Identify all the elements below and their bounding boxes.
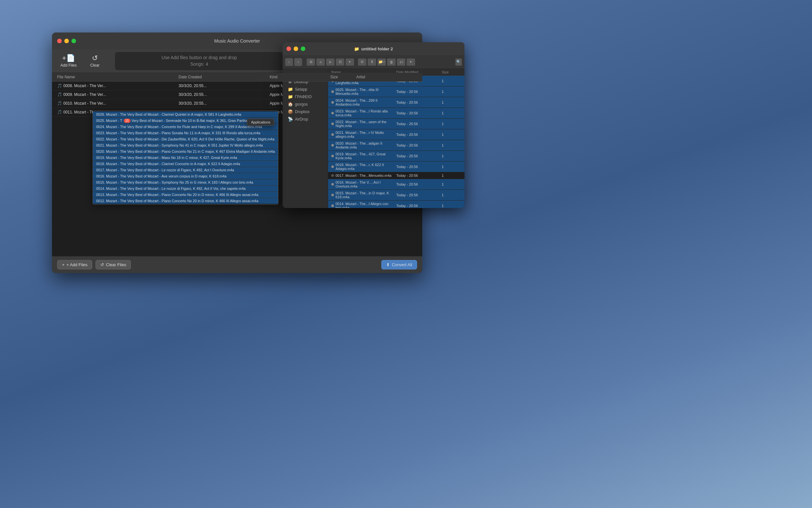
finder-view-list-button[interactable]: ≡ (316, 58, 325, 66)
finder-file-row[interactable]: 0024. Mozart - The...299 II Andantino.m4… (328, 97, 465, 108)
finder-file-name: 0016. Mozart - The V..., Act I Overture.… (331, 180, 396, 188)
finder-forward-button[interactable]: › (294, 58, 302, 66)
finder-back-button[interactable]: ‹ (285, 58, 293, 66)
drag-row: 0013. Mozart - The Very Best of Mozart -… (93, 192, 278, 198)
clear-button[interactable]: ↺ Clear (85, 53, 105, 70)
finder-sidebar-item-dropbox[interactable]: 📦 Dropbox (284, 108, 326, 115)
sidebar-item-icon: 📡 (288, 117, 293, 122)
convert-all-button[interactable]: ⬆ Convert All (381, 260, 417, 269)
file-dot (331, 183, 334, 185)
drop-zone-text: Use Add files button or drag and drop So… (161, 55, 237, 67)
finder-file-row[interactable]: 0020. Mozart - The...adigan II Andante.m… (328, 140, 465, 151)
finder-file-row[interactable]: 0015. Mozart - The...in D major, K 618.m… (328, 190, 465, 201)
finder-file-size: 1 (442, 90, 461, 94)
close-button[interactable] (57, 39, 62, 43)
maximize-button[interactable] (71, 39, 76, 43)
finder-view-gallery-button[interactable]: ⊟ (336, 58, 344, 66)
finder-file-date: Today - 20:56 (396, 154, 442, 158)
file-dot (331, 133, 334, 136)
finder-sidebar-item-setapp[interactable]: 📁 Setapp (284, 85, 326, 93)
finder-file-row[interactable]: 0025. Mozart - The...rtita III Menuetto.… (328, 86, 465, 97)
col-header-kind: Kind (270, 75, 330, 79)
finder-minimize-button[interactable] (294, 46, 298, 51)
finder-file-name-text: 0022. Mozart - The...ueen of the Night.m… (336, 120, 396, 128)
col-header-filename: File Name (57, 75, 179, 79)
drag-row: 0017. Mozart - The Very Best of Mozart -… (93, 167, 278, 173)
bottom-clear-files-button[interactable]: ↺ Clear Files (95, 260, 131, 269)
drag-row: 0018. Mozart - The Very Best of Mozart -… (93, 161, 278, 167)
sidebar-item-label: ΓΡΑΦΕΙΟ (295, 95, 312, 99)
finder-more2-button[interactable]: ▾ (407, 58, 415, 66)
finder-tags-button[interactable]: 🏷 (397, 58, 405, 66)
finder-gear-button[interactable]: ⚙ (358, 58, 366, 66)
drag-row: 0015. Mozart - The Very Best of Mozart -… (93, 179, 278, 185)
drag-row: 0020. Mozart - The Very Best of Mozart -… (93, 149, 278, 155)
cell-date: 30/3/20, 20:55... (179, 92, 270, 97)
finder-close-button[interactable] (286, 46, 291, 51)
drag-row: 0021. Mozart - The Very Best of Mozart -… (93, 142, 278, 149)
finder-view-col-button[interactable]: ⫸ (326, 58, 335, 66)
finder-search-button[interactable]: 🔍 (456, 58, 462, 66)
add-files-icon: +📄 (62, 55, 75, 62)
drop-zone[interactable]: Use Add files button or drag and drop So… (115, 52, 284, 70)
finder-file-date: Today - 20:56 (396, 193, 442, 197)
finder-newfolder-button[interactable]: 📁+ (377, 58, 386, 66)
file-dot (331, 112, 334, 115)
finder-maximize-button[interactable] (301, 46, 305, 51)
sidebar-item-label: Dropbox (295, 110, 309, 114)
file-dot (331, 174, 334, 177)
apps-tooltip: Applications (247, 119, 275, 126)
finder-file-name-text: 0017. Mozart - The...Menuetto.m4a (336, 174, 391, 177)
finder-file-row[interactable]: 0021. Mozart - The...r IV Molto allegro.… (328, 129, 465, 140)
finder-content: Favourites 🖥 Desktop 📁 Setapp 📁 ΓΡΑΦΕΙΟ … (283, 69, 465, 208)
finder-file-name-text: 0024. Mozart - The...299 II Andantino.m4… (336, 98, 396, 106)
finder-sidebar-item-γραφειο[interactable]: 📁 ΓΡΑΦΕΙΟ (284, 93, 326, 100)
finder-file-name-text: 0025. Mozart - The...rtita III Menuetto.… (336, 88, 396, 95)
finder-file-row[interactable]: 0014. Mozart - The...I Allegro con brio.… (328, 201, 465, 208)
finder-file-name-text: 0018. Mozart - The...r, K 622 II Adagio.… (336, 163, 396, 171)
finder-share-button[interactable]: ⬆ (368, 58, 376, 66)
finder-file-row[interactable]: 0019. Mozart - The...427, Great Kyrie.m4… (328, 151, 465, 162)
finder-file-date: Today - 20:56 (396, 165, 442, 169)
finder-file-name: 0014. Mozart - The...I Allegro con brio.… (331, 202, 396, 208)
finder-view-icon-button[interactable]: ⊞ (306, 58, 315, 66)
finder-file-date: Today - 20:56 (396, 122, 442, 126)
finder-file-date: Today - 20:56 (396, 133, 442, 136)
finder-file-name: 0024. Mozart - The...299 II Andantino.m4… (331, 98, 396, 106)
drag-row: 0022. Mozart - The Very Best of Mozart -… (93, 136, 278, 142)
bottom-clear-label: Clear Files (106, 262, 126, 267)
finder-file-row[interactable]: 0017. Mozart - The...Menuetto.m4a Today … (328, 172, 465, 179)
sidebar-item-icon: 📁 (288, 87, 293, 92)
finder-sidebar-item-giorgos[interactable]: 🏠 giorgos (284, 100, 326, 108)
finder-file-row[interactable]: 0023. Mozart - The...I Rondo alla turca.… (328, 108, 465, 119)
finder-file-date: Today - 20:56 (396, 174, 442, 177)
add-files-button[interactable]: +📄 Add Files (57, 53, 80, 70)
finder-window: 📁 untitled folder 2 ‹ › ⊞ ≡ ⫸ ⊟ ▾ ⚙ ⬆ 📁+… (283, 42, 465, 208)
convert-all-icon: ⬆ (386, 262, 390, 267)
bottom-add-files-icon: + (62, 262, 65, 267)
finder-file-row[interactable]: 0018. Mozart - The...r, K 622 II Adagio.… (328, 162, 465, 172)
file-icon: 🎵 (57, 101, 62, 105)
window-title: Music Audio Converter (214, 38, 260, 44)
finder-file-name: 0021. Mozart - The...r IV Molto allegro.… (331, 131, 396, 138)
finder-file-name: 0025. Mozart - The...rtita III Menuetto.… (331, 88, 396, 95)
drag-row: 0016. Mozart - The Very Best of Mozart -… (93, 173, 278, 179)
finder-delete-button[interactable]: 🗑 (387, 58, 396, 66)
finder-file-name: 0020. Mozart - The...adigan II Andante.m… (331, 141, 396, 149)
file-icon: 🎵 (57, 92, 62, 97)
finder-title: 📁 untitled folder 2 (354, 46, 393, 51)
cell-date: 30/3/20, 20:55... (179, 101, 270, 105)
finder-title-icon: 📁 (354, 46, 359, 51)
cell-filename: 🎵0008. Mozart - The Ver... (57, 84, 179, 88)
minimize-button[interactable] (64, 39, 69, 43)
clear-label: Clear (90, 63, 100, 68)
finder-sidebar-item-airdrop[interactable]: 📡 AirDrop (284, 115, 326, 123)
finder-file-name-text: 0020. Mozart - The...adigan II Andante.m… (336, 141, 396, 149)
finder-file-row[interactable]: 0016. Mozart - The V..., Act I Overture.… (328, 179, 465, 190)
finder-file-name-text: 0019. Mozart - The...427, Great Kyrie.m4… (336, 152, 396, 160)
bottom-add-files-button[interactable]: + + Add Files (57, 260, 92, 269)
finder-file-row[interactable]: 0022. Mozart - The...ueen of the Night.m… (328, 119, 465, 129)
finder-file-size: 1 (442, 122, 461, 126)
bottom-bar: + + Add Files ↺ Clear Files ⬆ Convert Al… (52, 256, 422, 273)
finder-view-more-button[interactable]: ▾ (346, 58, 354, 66)
